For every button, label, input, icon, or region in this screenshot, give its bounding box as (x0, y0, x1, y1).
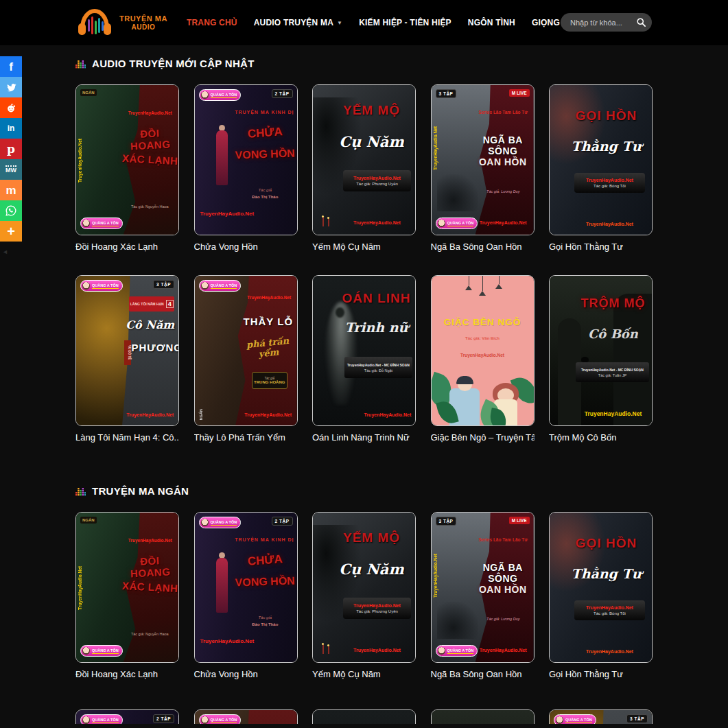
story-thumbnail[interactable]: GỌI HỒNThằng TưTruyenHayAudio.NetTác giả… (549, 84, 653, 235)
logo-text: TRUYỆN MA AUDIO (119, 14, 167, 31)
section-header: TRUYỆN MA NGẮN (75, 485, 653, 497)
story-card[interactable]: GỌI HỒNThằng TưTruyenHayAudio.NetTác giả… (549, 84, 653, 252)
story-card[interactable]: QUÀNG A TÔNTruyenHayAudio.NetTHẦY LỖphá … (194, 709, 298, 724)
avatar (82, 282, 90, 290)
story-thumbnail[interactable]: TruyenHayAudio.Net3 TẬPM LIVESeries Lão … (431, 512, 535, 663)
story-title[interactable]: Yếm Mộ Cụ Năm (312, 242, 416, 252)
story-title[interactable]: Gọi Hồn Thằng Tư (549, 242, 653, 252)
share-more-icon[interactable]: + (0, 221, 22, 242)
story-card[interactable]: QUÀNG A TÔN3 TẬPLÀNG TÔI NĂM HẠN4Cô NămV… (75, 275, 179, 443)
share-linkedin-icon[interactable]: in (0, 118, 22, 139)
share-pinterest-icon[interactable]: p (0, 139, 22, 159)
art-layer: TRUYỆN MA KINH DỊ (233, 110, 295, 115)
story-title[interactable]: Thầy Lô Phá Trấn Yểm (194, 432, 298, 443)
site-watermark: TruyenHayAudio.Net (474, 648, 532, 653)
story-card[interactable]: OÁN LINHTrinh nữTruyenHayAudio.Net - MC … (312, 275, 416, 443)
story-thumbnail[interactable]: QUÀNG A TÔNTruyenHayAudio.NetTHẦY LỖphá … (194, 275, 298, 426)
story-card[interactable]: TRỘM MỘCô BốnTruyenHayAudio.Net - MC ĐÌN… (431, 709, 535, 724)
collapse-arrow-icon[interactable]: ◄ (2, 248, 8, 255)
channel-badge: QUÀNG A TÔN (436, 645, 478, 657)
story-grid: QUÀNG A TÔN3 TẬPLÀNG TÔI NĂM HẠN4Cô NămV… (75, 275, 653, 466)
art-layer: 4 (166, 300, 174, 308)
story-title[interactable]: Đồi Hoang Xác Lạnh (75, 669, 179, 679)
story-thumbnail[interactable]: QUÀNG A TÔN3 TẬPLÀNG TÔI NĂM HẠN4Cô NămV… (75, 275, 179, 426)
story-thumbnail[interactable]: OÁN LINHTrinh nữTruyenHayAudio.Net - MC … (312, 275, 416, 426)
story-thumbnail[interactable]: GIẶC BÊN NGÔTác giả: Văn BíchTruyenHayAu… (431, 275, 535, 426)
site-logo[interactable]: TRUYỆN MA AUDIO (77, 8, 167, 37)
site-watermark: TruyenHayAudio.Net (364, 412, 412, 417)
story-card[interactable]: TRỘM MỘCô BốnTruyenHayAudio.Net - MC ĐÌN… (549, 275, 653, 443)
episodes-badge: 2 TẬP (272, 517, 293, 526)
story-title[interactable]: Yếm Mộ Cụ Năm (312, 669, 416, 679)
story-thumbnail[interactable]: TRỘM MỘCô BốnTruyenHayAudio.Net - MC ĐÌN… (431, 709, 535, 724)
story-thumbnail[interactable]: TruyenHayAudio.Net3 TẬPM LIVESeries Lão … (431, 84, 535, 235)
art-layer: Thằng Tư (566, 139, 646, 154)
episodes-badge: 3 TẬP (436, 517, 457, 526)
art-layer: THẦY LỖ (239, 316, 296, 327)
story-card[interactable]: QUÀNG A TÔN2 TẬPTRUYỆN MA KINH DỊCHỬAVON… (75, 709, 179, 724)
art-layer: QUÀNG A TÔN (565, 718, 592, 723)
share-twitter-icon[interactable] (0, 77, 22, 97)
nav-item-1[interactable]: AUDIO TRUYỆN MA ▼ (254, 18, 342, 27)
art-layer (437, 602, 478, 639)
story-title[interactable]: Gọi Hồn Thằng Tư (549, 669, 653, 679)
story-card[interactable]: QUÀNG A TÔNTruyenHayAudio.NetTHẦY LỖphá … (194, 275, 298, 443)
story-card[interactable]: TruyenHayAudio.Net3 TẬPM LIVESeries Lão … (431, 84, 535, 252)
art-layer: Tác giả: Tuấn JP (598, 373, 626, 377)
story-thumbnail[interactable]: TRỘM MỘCô BốnTruyenHayAudio.Net - MC ĐÌN… (549, 275, 653, 426)
art-layer: QUÀNG A TÔN (92, 718, 119, 723)
story-card[interactable]: OÁN LINHTrinh nữTruyenHayAudio.Net - MC … (312, 709, 416, 724)
story-thumbnail[interactable]: YẾM MỘCụ NămTruyenHayAudio.NetTác giả: P… (312, 84, 416, 235)
share-mix-icon[interactable]: m (0, 180, 22, 200)
story-title[interactable]: Chửa Vong Hồn (194, 242, 298, 252)
channel-badge: QUÀNG A TÔN (199, 517, 242, 528)
story-card[interactable]: YẾM MỘCụ NămTruyenHayAudio.NetTác giả: P… (312, 512, 416, 679)
share-whatsapp-icon[interactable] (0, 200, 22, 221)
search-button[interactable] (636, 17, 646, 27)
story-thumbnail[interactable]: QUÀNG A TÔN2 TẬPTRUYỆN MA KINH DỊCHỬAVON… (194, 512, 298, 663)
story-card[interactable]: TruyenHayAudio.Net3 TẬPM LIVESeries Lão … (431, 512, 535, 679)
story-card[interactable]: GỌI HỒNThằng TưTruyenHayAudio.NetTác giả… (549, 512, 653, 679)
share-mewe-icon[interactable]: MW (0, 159, 22, 180)
art-layer: TRUNG HOÀNG (254, 380, 285, 384)
story-card[interactable]: QUÀNG A TÔN2 TẬPTRUYỆN MA KINH DỊCHỬAVON… (194, 84, 298, 252)
story-thumbnail[interactable]: QUÀNG A TÔNTruyenHayAudio.NetTHẦY LỖphá … (194, 709, 298, 724)
story-thumbnail[interactable]: QUÀNG A TÔN3 TẬPLÀNG TÔI NĂM HẠN4Cô NămV… (549, 709, 653, 724)
share-reddit-icon[interactable] (0, 97, 22, 118)
story-title[interactable]: Đồi Hoang Xác Lạnh (75, 242, 179, 252)
story-title[interactable]: Giặc Bên Ngô – Truyện Tâ... (431, 432, 535, 443)
story-title[interactable]: Ngã Ba Sông Oan Hồn (431, 669, 535, 679)
story-card[interactable]: TruyenHayAudio.NetNGẮNTruyenHayAudio.Net… (75, 512, 179, 679)
site-watermark: TruyenHayAudio.Net (200, 211, 255, 217)
story-thumbnail[interactable]: QUÀNG A TÔN2 TẬPTRUYỆN MA KINH DỊCHỬAVON… (194, 84, 298, 235)
story-title[interactable]: Chửa Vong Hồn (194, 669, 298, 679)
art-layer: QUÀNG A TÔN (447, 648, 474, 654)
story-card[interactable]: QUÀNG A TÔN2 TẬPTRUYỆN MA KINH DỊCHỬAVON… (194, 512, 298, 679)
art-layer: QUÀNG A TÔN (211, 283, 237, 289)
story-title[interactable]: Oán Linh Nàng Trinh Nữ (312, 432, 416, 443)
nav-item-0[interactable]: TRANG CHỦ (187, 18, 237, 27)
art-layer: GỌI HỒN (566, 108, 646, 124)
story-thumbnail[interactable]: YẾM MỘCụ NămTruyenHayAudio.NetTác giả: P… (312, 512, 416, 663)
story-thumbnail[interactable]: GỌI HỒNThằng TưTruyenHayAudio.NetTác giả… (549, 512, 653, 663)
story-title[interactable]: Làng Tôi Năm Hạn 4: Cô... (75, 432, 179, 443)
art-layer: VONG HỒN (233, 147, 297, 161)
story-title[interactable]: Trộm Mộ Cô Bốn (549, 432, 653, 443)
art-layer: ĐỒI HOANG (121, 554, 179, 580)
art-layer: Tác giả: Bóng Tối (594, 184, 626, 188)
story-card[interactable]: GIẶC BÊN NGÔTác giả: Văn BíchTruyenHayAu… (431, 275, 535, 443)
story-card[interactable]: QUÀNG A TÔN3 TẬPLÀNG TÔI NĂM HẠN4Cô NămV… (549, 709, 653, 724)
story-card[interactable]: YẾM MỘCụ NămTruyenHayAudio.NetTác giả: P… (312, 84, 416, 252)
story-thumbnail[interactable]: OÁN LINHTrinh nữTruyenHayAudio.Net - MC … (312, 709, 416, 724)
art-layer: YẾM MỘ (332, 530, 411, 545)
story-thumbnail[interactable]: TruyenHayAudio.NetNGẮNTruyenHayAudio.Net… (75, 84, 179, 235)
share-facebook-icon[interactable]: f (0, 56, 22, 77)
nav-item-2[interactable]: KIẾM HIỆP - TIÊN HIỆP (359, 18, 451, 27)
story-thumbnail[interactable]: TruyenHayAudio.NetNGẮNTruyenHayAudio.Net… (75, 512, 179, 663)
search-input[interactable] (569, 18, 636, 27)
story-thumbnail[interactable]: QUÀNG A TÔN2 TẬPTRUYỆN MA KINH DỊCHỬAVON… (75, 709, 179, 724)
headphones-logo-icon (77, 8, 113, 37)
story-title[interactable]: Ngã Ba Sông Oan Hồn (431, 242, 535, 252)
story-card[interactable]: TruyenHayAudio.NetNGẮNTruyenHayAudio.Net… (75, 84, 179, 252)
nav-item-3[interactable]: NGÔN TÌNH (468, 18, 515, 27)
